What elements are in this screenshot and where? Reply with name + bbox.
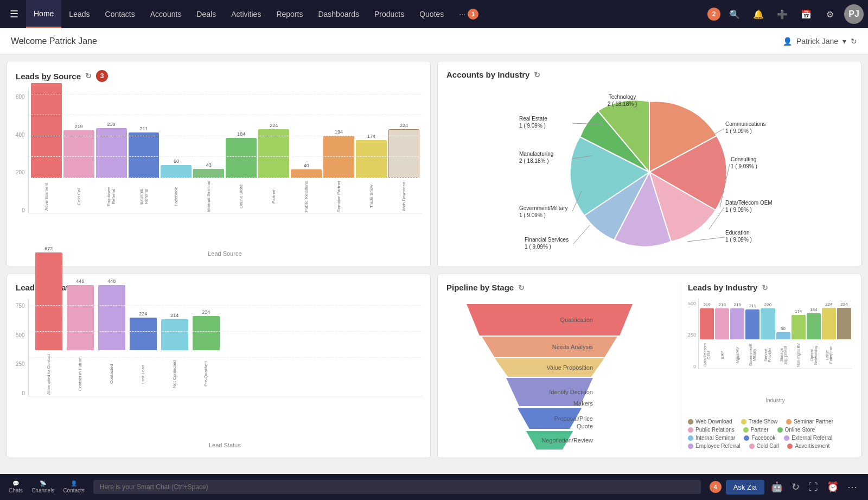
bar-not-contacted: 214Not Contacted: [161, 313, 188, 396]
nav-deals[interactable]: Deals: [189, 0, 224, 28]
bar-ind-mgmt: 219Mgmt/MV: [730, 302, 744, 369]
calendar-icon[interactable]: 📅: [796, 4, 816, 24]
svg-line-14: [573, 225, 590, 244]
bar-facebook: 60Facebook: [161, 159, 192, 213]
svg-line-11: [687, 237, 724, 242]
header-user[interactable]: 👤 Patrick Jane ▾ ↻: [783, 37, 857, 46]
svg-text:1 ( 9.09% ): 1 ( 9.09% ): [725, 237, 752, 243]
svg-text:Data/Telecom OEM: Data/Telecom OEM: [725, 200, 773, 206]
zia-icon[interactable]: 🤖: [769, 479, 785, 495]
search-icon[interactable]: 🔍: [725, 4, 744, 24]
refresh-bottom-icon[interactable]: ↻: [789, 479, 802, 495]
nav-dashboards[interactable]: Dashboards: [310, 0, 367, 28]
bar-lost-lead: 224Lost Lead: [130, 311, 157, 396]
pipeline-refresh[interactable]: ↻: [518, 283, 525, 292]
svg-text:1 ( 9.09% ): 1 ( 9.09% ): [525, 244, 551, 250]
bar-trade-show: 174Trade Show: [356, 134, 387, 213]
pie-svg: Communications 1 ( 9.09% ) Consulting 1 …: [514, 91, 785, 254]
nav-more-badge: 1: [468, 9, 478, 20]
bar-internal-seminar: 43Internal Seminar: [193, 162, 224, 213]
leads-status-x-label: Lead Status: [28, 442, 422, 448]
svg-text:Real Estate: Real Estate: [519, 116, 547, 122]
pipeline-title: Pipeline by Stage ↻: [446, 283, 674, 292]
fullscreen-icon[interactable]: ⛶: [806, 479, 820, 495]
leads-industry-x-label: Industry: [698, 397, 852, 403]
add-icon[interactable]: ➕: [773, 4, 792, 24]
hamburger-menu[interactable]: ☰: [4, 4, 24, 24]
funnel-needs-analysis: Needs Analysis: [457, 337, 642, 357]
bar-ind-service: 220Service Provider: [761, 302, 775, 369]
leads-industry-legend: Web Download Trade Show Seminar Partner …: [688, 419, 852, 449]
nav-contacts[interactable]: Contacts: [98, 0, 143, 28]
leads-source-badge: 3: [96, 70, 108, 82]
svg-text:1 ( 9.09% ): 1 ( 9.09% ): [519, 123, 546, 129]
nav-products[interactable]: Products: [367, 0, 412, 28]
bar-ind-large: 224Large Enterprise: [822, 302, 836, 369]
nav-right-actions: 2 🔍 🔔 ➕ 📅 ⚙ PJ: [707, 4, 864, 24]
accounts-by-industry-card: Accounts by Industry ↻: [437, 61, 861, 267]
more-bottom-icon[interactable]: ⋯: [845, 479, 859, 495]
nav-quotes[interactable]: Quotes: [412, 0, 451, 28]
accounts-industry-title: Accounts by Industry ↻: [446, 70, 852, 79]
svg-text:Technology: Technology: [609, 94, 636, 100]
svg-text:Consulting: Consulting: [731, 156, 756, 162]
svg-line-2: [714, 129, 724, 134]
bar-cold-call: 219Cold Call: [63, 124, 94, 213]
settings-icon[interactable]: ⚙: [820, 4, 840, 24]
navbar: ☰ Home Leads Contacts Accounts Deals Act…: [0, 0, 868, 28]
bar-seminar-partner: 194Seminar Partner: [323, 129, 354, 213]
user-icon: 👤: [783, 37, 792, 46]
pipeline-by-stage-card: Pipeline by Stage ↻ Qualification Needs …: [437, 274, 861, 458]
bar-ind-erp: 218ERP: [715, 302, 729, 369]
leads-by-source-title: Leads by Source ↻ 3: [16, 70, 422, 82]
svg-text:Government/Military: Government/Military: [519, 205, 567, 211]
bottom-contacts[interactable]: 👤 Contacts: [63, 480, 84, 493]
leads-by-status-card: Leads by Status ↻ 750 500 250 0 672Attem…: [7, 274, 431, 458]
bar-ind-optical: 184Optical Networking: [807, 307, 821, 369]
refresh-icon[interactable]: ↻: [851, 37, 857, 46]
svg-text:1 ( 9.09% ): 1 ( 9.09% ): [731, 163, 757, 169]
funnel-qualification: Qualification: [457, 304, 642, 336]
chevron-down-icon: ▾: [843, 37, 846, 46]
main-content: Leads by Source ↻ 3 600 400 200 0: [0, 54, 868, 474]
alarm-icon[interactable]: ⏰: [825, 479, 841, 495]
bar-ind-gov: 211Government/ Military: [745, 303, 760, 369]
svg-text:2 ( 18.18% ): 2 ( 18.18% ): [519, 158, 548, 164]
accounts-industry-refresh[interactable]: ↻: [534, 71, 540, 79]
svg-text:1 ( 9.09% ): 1 ( 9.09% ): [725, 128, 752, 134]
leads-source-refresh[interactable]: ↻: [85, 72, 92, 80]
bar-ind-storage: 50Storage Equipment: [776, 326, 790, 369]
leads-by-source-card: Leads by Source ↻ 3 600 400 200 0: [7, 61, 431, 267]
accounts-pie-chart: Communications 1 ( 9.09% ) Consulting 1 …: [446, 86, 852, 258]
leads-source-x-label: Lead Source: [28, 250, 422, 257]
funnel-negotiation: Negotiation/Review: [457, 431, 642, 450]
funnel-proposal: Proposal/Price: [457, 408, 642, 429]
bar-contacted: 448Contacted: [98, 279, 125, 396]
ask-zia-button[interactable]: Ask Zia: [726, 480, 764, 495]
bottom-channels[interactable]: 📡 Channels: [31, 480, 54, 493]
bar-advertisement: 437Advertisement: [31, 77, 62, 213]
bottom-chats[interactable]: 💬 Chats: [9, 480, 23, 493]
bottom-badge-4: 4: [710, 481, 722, 493]
svg-text:1 ( 9.09% ): 1 ( 9.09% ): [519, 212, 546, 218]
leads-industry-refresh[interactable]: ↻: [762, 283, 768, 292]
nav-home[interactable]: Home: [26, 0, 61, 28]
svg-text:Manufacturing: Manufacturing: [519, 151, 553, 157]
nav-more[interactable]: ··· 1: [451, 0, 486, 28]
funnel-identify-decision: Identify Decision: [457, 378, 642, 406]
bottom-bar: 💬 Chats 📡 Channels 👤 Contacts 4 Ask Zia …: [0, 474, 868, 500]
nav-accounts[interactable]: Accounts: [143, 0, 189, 28]
nav-activities[interactable]: Activities: [224, 0, 269, 28]
svg-text:Financial Services: Financial Services: [525, 237, 569, 243]
nav-reports[interactable]: Reports: [269, 0, 310, 28]
bar-pre-qualified: 234Pre-Qualified: [193, 309, 220, 396]
smart-chat-input[interactable]: [93, 480, 701, 494]
nav-leads[interactable]: Leads: [61, 0, 97, 28]
bell-icon[interactable]: 🔔: [749, 4, 768, 24]
bar-ind-nonmgmt: 174Non-mgmt BV: [792, 309, 806, 369]
header-username: Patrick Jane: [796, 37, 838, 46]
bar-ind-datatelecom: 219Data/Telecom OEM: [700, 302, 714, 369]
header-bar: Welcome Patrick Jane 👤 Patrick Jane ▾ ↻: [0, 28, 868, 54]
bar-attempted: 672Attempted to Contact: [35, 246, 62, 396]
user-avatar[interactable]: PJ: [844, 4, 864, 24]
